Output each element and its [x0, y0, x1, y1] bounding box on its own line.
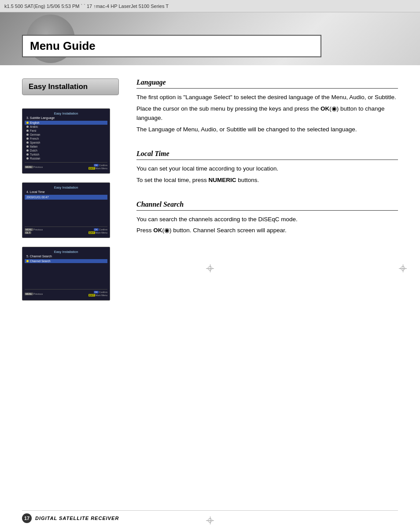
screen1-footer-ok: OK Confirm [94, 164, 108, 167]
channel-search-para2: Press OK(◉) button. Channel Search scree… [136, 226, 398, 235]
screen1-footer: MENU Previous OK Confirm EXIT Main Menu [25, 162, 107, 170]
screen2-footer-ok: OK Confirm [94, 228, 108, 231]
screen1-item-german: German [25, 133, 107, 137]
menu-guide-box: Menu Guide [22, 35, 321, 57]
screen1-item-russian: Russian [25, 156, 107, 160]
menu-guide-title: Menu Guide [30, 39, 313, 53]
main-content: Easy Installation Easy Installation 3. S… [0, 65, 420, 314]
screen3-footer-ok: OK Confirm [94, 291, 108, 293]
screen1-footer-menu: MENU Previous [25, 164, 43, 170]
language-para3: The Language of Menu, Audio, or Subtitle… [136, 125, 398, 134]
screen2-footer-extra: OL T [25, 231, 43, 234]
crosshair-bottom [206, 516, 214, 524]
channel-search-heading: Channel Search [136, 201, 398, 211]
language-para2: Place the cursor on the sub menu by pres… [136, 104, 398, 123]
screen1-item-arabic: Arabic [25, 125, 107, 129]
screen-channel-search: Easy Installation 5. Channel Search Chan… [22, 247, 110, 301]
screen1-item-french: French [25, 137, 107, 141]
screen3-footer-menu: MENU Previous [25, 291, 43, 297]
screen3-footer: MENU Previous OK Confirm EXIT Main Menu [25, 289, 107, 297]
footer-text: DIGITAL SATELLITE RECEIVER [35, 516, 119, 521]
local-time-para2: To set the local time, press NUMERIC but… [136, 176, 398, 185]
screen2-title: Easy Installation [25, 186, 107, 189]
section-header: Easy Installation [22, 78, 119, 95]
screen2-footer-menu: MENU Previous [25, 228, 43, 231]
page-number: 17 [22, 513, 32, 523]
screen2-footer-exit: EXIT Main Menu [88, 231, 107, 234]
top-bar: k1.5 500 SAT(Eng) 1/5/06 5:53 PM ` ` 17 … [0, 0, 420, 12]
channel-search-section: Channel Search You can search the channe… [136, 201, 398, 236]
section-title: Easy Installation [29, 82, 112, 91]
screen1-footer-exit: EXIT Main Menu [88, 167, 107, 170]
screen1-item-english: English [25, 121, 107, 125]
local-time-para1: You can set your local time according to… [136, 164, 398, 174]
crosshair-right [399, 264, 407, 272]
screen-subtitle-language: Easy Installation 3. Subtitle Language E… [22, 108, 110, 174]
language-section: Language The first option is "Language S… [136, 78, 398, 134]
channel-search-para1: You can search the channels according to… [136, 215, 398, 224]
screen2-value: 2003/01/01 00:47 [25, 195, 107, 200]
screen1-item-spanish: Spanish [25, 141, 107, 145]
local-time-heading: Local Time [136, 150, 398, 160]
top-bar-text: k1.5 500 SAT(Eng) 1/5/06 5:53 PM ` ` 17 … [4, 4, 169, 9]
language-para1: The first option is "Language Select" to… [136, 93, 398, 102]
screen3-footer-exit: EXIT Main Menu [88, 294, 107, 297]
crosshair-center [206, 264, 214, 272]
screen2-subtitle: 4. Local Time [25, 190, 107, 193]
screen3-title: Easy Installation [25, 250, 107, 254]
screen3-subtitle: 5. Channel Search [25, 255, 107, 258]
screen-local-time: Easy Installation 4. Local Time 2003/01/… [22, 182, 110, 238]
screen1-title: Easy Installation [25, 111, 107, 115]
header-area: Menu Guide [0, 12, 420, 65]
screen1-item-turkish: Turkish [25, 152, 107, 156]
screen1-item-dutch: Dutch [25, 149, 107, 152]
language-heading: Language [136, 78, 398, 89]
local-time-section: Local Time You can set your local time a… [136, 150, 398, 185]
left-column: Easy Installation Easy Installation 3. S… [22, 78, 119, 301]
right-column: Language The first option is "Language S… [132, 78, 398, 301]
screen1-item-farsi: Farsi [25, 129, 107, 133]
screen1-item-italian: Italian [25, 145, 107, 149]
screen2-footer: MENU Previous OL T OK Confirm EXIT Main … [25, 227, 107, 234]
screen3-item-channel-search: Channel Search [25, 259, 107, 263]
screen1-subtitle: 3. Subtitle Language [25, 116, 107, 119]
